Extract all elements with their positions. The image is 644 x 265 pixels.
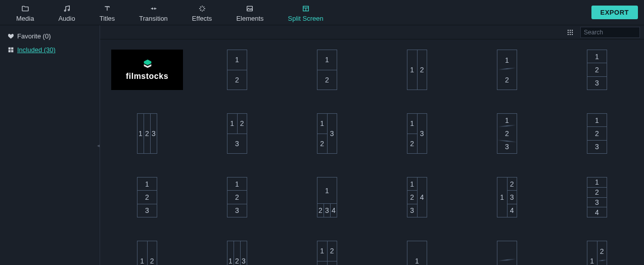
export-button[interactable]: EXPORT	[591, 6, 638, 19]
tab-media[interactable]: Media	[4, 0, 46, 25]
layout-cell: 1	[587, 114, 607, 126]
layout-cell: 1	[137, 114, 144, 153]
layout-v2d[interactable]: 12	[497, 50, 517, 90]
layout-l1r3[interactable]: 1234	[497, 177, 517, 217]
layout-cell-wrap[interactable]: 1234	[287, 177, 367, 217]
svg-point-1	[68, 9, 70, 11]
layout-cell: 2	[597, 241, 607, 261]
layout-l1r2d[interactable]: 123	[587, 241, 607, 265]
layout-v2b[interactable]: 12	[317, 50, 337, 90]
layout-col: 1	[137, 114, 144, 153]
layout-cell: 1	[407, 114, 417, 134]
layout-cell-wrap[interactable]: 123	[107, 177, 187, 217]
layout-cell: 1	[227, 114, 237, 134]
svg-rect-5	[11, 48, 13, 50]
layout-col: 1	[407, 50, 417, 90]
layout-cell-wrap[interactable]: 123	[107, 113, 187, 154]
layout-cell-wrap[interactable]: 123	[557, 241, 637, 265]
layout-cell-wrap[interactable]: 1	[377, 241, 457, 265]
search-input[interactable]	[584, 29, 644, 36]
layout-cell: 1	[497, 50, 517, 70]
tab-label: Elements	[236, 15, 263, 22]
layout-v3a[interactable]: 123	[587, 50, 607, 90]
heart-icon	[7, 33, 14, 40]
layout-row: 1	[317, 178, 337, 203]
layout-cell-wrap[interactable]: 123	[377, 113, 457, 154]
svg-point-14	[568, 33, 569, 34]
layout-x[interactable]: 12	[137, 241, 157, 265]
layout-l3r1[interactable]: 1234	[407, 177, 427, 217]
layout-cell-wrap[interactable]: 123	[197, 241, 277, 265]
layout-h3[interactable]: 123	[137, 113, 157, 154]
layout-cell-wrap[interactable]: 12	[197, 50, 277, 90]
layout-cell-wrap[interactable]: 1234	[377, 177, 457, 217]
tab-titles[interactable]: Titles	[87, 0, 127, 25]
layout-cell-wrap[interactable]: 1234	[557, 177, 637, 217]
layout-cell: 1	[587, 50, 607, 63]
sidebar: Favorite (0) Included (30) ◂	[0, 25, 100, 265]
tab-split-screen[interactable]: Split Screen	[276, 0, 336, 25]
sidebar-item-included[interactable]: Included (30)	[6, 43, 94, 57]
layout-v3e[interactable]: 123	[227, 177, 247, 217]
sidebar-item-label[interactable]: Included (30)	[17, 46, 56, 54]
layout-v4[interactable]: 1234	[587, 177, 607, 217]
split-icon	[302, 5, 310, 13]
top-tabs: Media Audio Titles Transition Effects El…	[0, 0, 644, 25]
sidebar-collapse-handle[interactable]: ◂	[96, 139, 100, 151]
layout-cell-wrap[interactable]: 123	[197, 177, 277, 217]
layout-cell-wrap[interactable]: 12	[377, 50, 457, 90]
layout-cell: 2	[407, 134, 417, 154]
layout-cell-wrap[interactable]: 12	[107, 241, 187, 265]
filmstocks-promo[interactable]: filmstocks	[111, 50, 183, 90]
layout-cell-wrap[interactable]: filmstocks	[107, 50, 187, 90]
layout-cell: 3	[587, 76, 607, 90]
layout-cell: 3	[317, 261, 327, 266]
layout-cell: 1	[227, 50, 247, 70]
layout-cell-wrap[interactable]: 123	[467, 113, 547, 154]
layout-cell-wrap[interactable]: 12	[287, 50, 367, 90]
layout-cell: 4	[327, 261, 337, 266]
layout-v2a[interactable]: 12	[227, 50, 247, 90]
layout-diagx[interactable]	[497, 241, 517, 265]
svg-rect-2	[247, 6, 253, 11]
layout-cell-wrap[interactable]: 123	[557, 113, 637, 154]
layout-v3c[interactable]: 123	[137, 177, 157, 217]
layout-cell: 2	[587, 126, 607, 140]
filmstocks-name: filmstocks	[126, 72, 168, 81]
layout-cell: 1	[407, 50, 417, 90]
tab-elements[interactable]: Elements	[224, 0, 275, 25]
layout-col: 3	[150, 114, 157, 153]
layout-t2b1[interactable]: 123	[227, 113, 247, 154]
svg-point-9	[570, 29, 571, 30]
layout-cell-wrap[interactable]: 123	[287, 113, 367, 154]
layout-v3b[interactable]: 123	[587, 113, 607, 154]
layout-cell-wrap[interactable]: 123	[197, 113, 277, 154]
layout-cell: 2	[234, 241, 240, 265]
layout-cell: 3	[324, 204, 330, 217]
view-grid-toggle[interactable]	[565, 27, 575, 37]
music-icon	[63, 5, 71, 13]
layout-cell-wrap[interactable]: 12	[467, 50, 547, 90]
layout-l2r1[interactable]: 123	[317, 113, 337, 154]
layouts-grid-scroll[interactable]: filmstocks121212121231231231231231231231…	[100, 39, 644, 265]
layout-h2[interactable]: 12	[407, 50, 427, 90]
layout-cell-wrap[interactable]: 1234	[467, 177, 547, 217]
layout-cell-wrap[interactable]	[467, 241, 547, 265]
layout-col: 3	[327, 114, 337, 153]
tab-transition[interactable]: Transition	[127, 0, 180, 25]
layout-cell-wrap[interactable]: 1234	[287, 241, 367, 265]
layout-l2r1b[interactable]: 123	[407, 113, 427, 154]
folder-icon	[21, 5, 29, 13]
tab-audio[interactable]: Audio	[46, 0, 87, 25]
layout-cell-wrap[interactable]: 123	[557, 50, 637, 90]
layout-cell: 3	[418, 114, 427, 153]
layout-t1b3[interactable]: 1234	[317, 177, 337, 217]
layout-cell: 2	[327, 241, 337, 261]
layout-v3d[interactable]: 123	[497, 113, 517, 154]
tab-effects[interactable]: Effects	[180, 0, 224, 25]
layout-q22[interactable]: 1234	[317, 241, 337, 265]
layout-h3b[interactable]: 123	[227, 241, 247, 265]
layout-cell: 3	[508, 190, 517, 203]
sidebar-item-favorite[interactable]: Favorite (0)	[6, 29, 94, 43]
layout-t1b0[interactable]: 1	[407, 241, 427, 265]
